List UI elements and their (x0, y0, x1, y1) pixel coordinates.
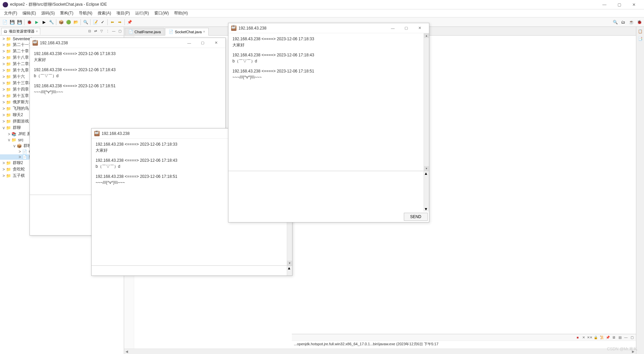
save-all-icon[interactable]: 💾 (16, 19, 23, 26)
menu-navigate[interactable]: 导航(N) (76, 10, 95, 16)
close-button[interactable]: ✕ (209, 39, 223, 47)
tab-chatframe[interactable]: 📄 ChatFrame.java (125, 28, 164, 35)
scroll-lock-icon[interactable]: 🔒 (593, 335, 598, 340)
new-pkg-icon[interactable]: 📦 (58, 19, 64, 26)
maximize-button[interactable]: ▢ (612, 0, 627, 9)
java-persp-icon[interactable]: ☕ (628, 19, 635, 26)
display-icon[interactable]: 🖥 (611, 335, 616, 340)
minimize-button[interactable]: — (386, 24, 399, 32)
persp-icon[interactable]: 🗂 (620, 19, 627, 26)
scroll-up-icon[interactable]: ▲ (424, 171, 429, 176)
maximize-button[interactable]: ▢ (196, 39, 209, 47)
input-scrollbar[interactable]: ▲ ▼ (424, 171, 429, 211)
tree-toggle-icon[interactable]: v (1, 125, 6, 130)
scroll-up-icon[interactable]: ▲ (287, 266, 292, 270)
pin-icon[interactable]: 📌 (126, 19, 133, 26)
chat-titlebar[interactable]: 192.168.43.238 — ▢ ✕ (30, 38, 225, 48)
annotate-icon[interactable]: 📝 (92, 19, 99, 26)
run-icon[interactable]: ▶ (33, 19, 40, 26)
scroll-down-icon[interactable]: ▼ (424, 207, 429, 211)
tree-toggle-icon[interactable]: > (1, 100, 6, 105)
close-icon[interactable]: × (36, 30, 38, 33)
menu-source[interactable]: 源码(S) (39, 10, 57, 16)
terminate-icon[interactable]: ■ (575, 335, 580, 340)
search-tb-icon[interactable]: 🔍 (82, 19, 89, 26)
tree-toggle-icon[interactable]: > (17, 149, 22, 154)
scroll-down-icon[interactable]: ▼ (424, 166, 429, 171)
back-icon[interactable]: ⬅ (109, 19, 116, 26)
send-button[interactable]: SEND (404, 213, 428, 221)
menu-file[interactable]: 文件(F) (1, 10, 20, 16)
tree-toggle-icon[interactable]: > (1, 87, 6, 92)
maximize-button[interactable]: ▢ (399, 24, 413, 32)
new-icon[interactable]: 📄 (1, 19, 8, 26)
tree-toggle-icon[interactable]: > (1, 173, 6, 178)
tree-toggle-icon[interactable]: > (1, 74, 6, 79)
tree-toggle-icon[interactable]: v (12, 144, 17, 148)
chat-titlebar[interactable]: 192.168.43.238 — ▢ ✕ (228, 23, 429, 33)
tree-toggle-icon[interactable]: > (1, 37, 6, 41)
scrollbar[interactable]: ▲ ▼ (424, 33, 429, 171)
menu-run[interactable]: 运行(R) (132, 10, 152, 16)
minimize-button[interactable]: — (597, 0, 612, 9)
link-editor-icon[interactable]: ⇄ (93, 29, 98, 34)
menu-project[interactable]: 项目(P) (114, 10, 132, 16)
ext-tools-icon[interactable]: 🔧 (48, 19, 55, 26)
tree-toggle-icon[interactable]: > (1, 119, 6, 124)
chat-input[interactable] (92, 266, 287, 275)
menu-refactor[interactable]: 重构(T) (57, 10, 76, 16)
min-console-icon[interactable]: — (623, 335, 629, 340)
debug-persp-icon[interactable]: 🐞 (636, 19, 643, 26)
collapse-all-icon[interactable]: ⊟ (87, 29, 92, 34)
tree-toggle-icon[interactable]: > (1, 49, 6, 54)
filter-icon[interactable]: ▽ (99, 29, 104, 34)
tree-toggle-icon[interactable]: > (1, 55, 6, 60)
tree-toggle-icon[interactable]: > (1, 81, 6, 86)
tree-toggle-icon[interactable]: > (7, 132, 11, 137)
horizontal-scrollbar[interactable]: ◀ ▶ (124, 349, 636, 354)
tree-toggle-icon[interactable]: > (1, 106, 6, 111)
open-console-icon[interactable]: ▤ (617, 335, 623, 340)
minimize-view-icon[interactable]: — (111, 29, 116, 34)
menu-edit[interactable]: 编辑(E) (20, 10, 39, 16)
scroll-up-icon[interactable]: ▲ (424, 33, 429, 38)
project-explorer-tab[interactable]: 🗂 项目资源管理器 × (1, 28, 40, 35)
remove-icon[interactable]: ✕ (581, 335, 586, 340)
scroll-left-icon[interactable]: ◀ (125, 350, 128, 353)
close-icon[interactable]: × (203, 30, 205, 34)
maximize-view-icon[interactable]: ▢ (117, 29, 122, 34)
search-right-icon[interactable]: 🔍 (612, 19, 619, 26)
tree-toggle-icon[interactable]: > (1, 94, 6, 98)
menu-help[interactable]: 帮助(H) (171, 10, 191, 16)
input-scrollbar[interactable]: ▲ (287, 266, 292, 275)
tree-toggle-icon[interactable]: > (1, 62, 6, 66)
save-icon[interactable]: 💾 (9, 19, 15, 26)
task-icon[interactable]: ✓ (99, 19, 106, 26)
remove-all-icon[interactable]: ✕✕ (587, 335, 592, 340)
debug-icon[interactable]: 🐞 (26, 19, 33, 26)
clear-icon[interactable]: 📜 (599, 335, 604, 340)
menu-search[interactable]: 搜索(A) (95, 10, 114, 16)
view-menu-icon[interactable]: ⋮ (105, 29, 110, 34)
tab-socketchat[interactable]: 📄 SocketChat.java × (165, 28, 209, 36)
close-button[interactable]: ✕ (627, 0, 641, 9)
pin-console-icon[interactable]: 📌 (605, 335, 610, 340)
minimize-button[interactable]: — (182, 39, 196, 47)
tree-toggle-icon[interactable]: > (1, 113, 6, 117)
tree-toggle-icon[interactable]: v (7, 138, 11, 142)
tree-toggle-icon[interactable]: > (1, 161, 6, 165)
tree-toggle-icon[interactable]: > (1, 167, 6, 172)
coverage-icon[interactable]: ▶ (41, 19, 47, 26)
open-type-icon[interactable]: 📂 (72, 19, 79, 26)
menu-window[interactable]: 窗口(W) (152, 10, 171, 16)
chat-input[interactable] (228, 171, 424, 211)
tree-toggle-icon[interactable]: > (1, 43, 6, 47)
new-class-icon[interactable]: 🟢 (65, 19, 72, 26)
fwd-icon[interactable]: ➡ (116, 19, 123, 26)
task-list-icon[interactable]: 📑 (637, 36, 643, 42)
scroll-down-icon[interactable]: ▼ (287, 261, 292, 265)
max-console-icon[interactable]: ▢ (629, 335, 635, 340)
close-button[interactable]: ✕ (413, 24, 426, 32)
tree-toggle-icon[interactable]: > (17, 155, 22, 159)
outline-icon[interactable]: 📋 (637, 28, 643, 34)
